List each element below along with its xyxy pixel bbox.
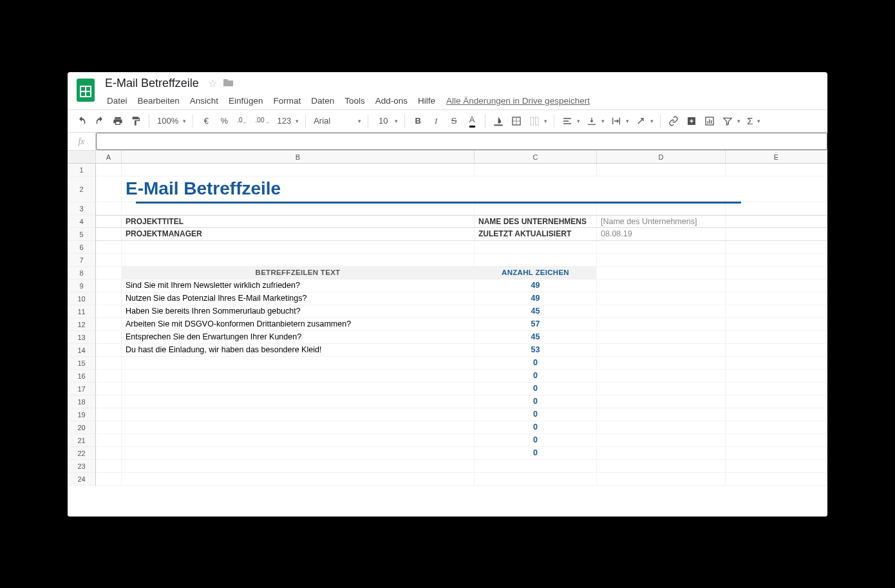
subject-cell[interactable]: Sind Sie mit Ihrem Newsletter wirklich z… xyxy=(122,280,475,292)
star-icon[interactable]: ☆ xyxy=(208,77,217,90)
row-header[interactable]: 4 xyxy=(68,215,95,228)
count-cell[interactable]: 0 xyxy=(475,421,597,433)
insert-link-button[interactable] xyxy=(666,113,681,129)
col-header-count[interactable]: ANZAHL ZEICHEN xyxy=(475,267,597,279)
col-header-a[interactable]: A xyxy=(96,151,122,163)
subject-cell[interactable] xyxy=(122,408,475,421)
text-rotation-button[interactable] xyxy=(633,113,655,129)
count-cell[interactable]: 0 xyxy=(475,434,597,446)
row-header[interactable]: 3 xyxy=(68,202,95,215)
projekttitel-label[interactable]: PROJEKTTITEL xyxy=(122,216,475,227)
row-header[interactable]: 14 xyxy=(68,344,95,357)
row-header[interactable]: 8 xyxy=(68,267,95,280)
row-header[interactable]: 13 xyxy=(68,331,95,344)
sheet-title[interactable]: E-Mail Betreffzeile xyxy=(122,176,475,202)
col-header-e[interactable]: E xyxy=(726,151,827,163)
currency-button[interactable]: € xyxy=(198,113,214,129)
count-cell[interactable]: 45 xyxy=(475,331,597,343)
subject-cell[interactable] xyxy=(122,421,475,433)
subject-cell[interactable] xyxy=(122,447,475,459)
fill-color-button[interactable] xyxy=(491,113,506,129)
updated-label[interactable]: ZULETZT AKTUALISIERT xyxy=(475,228,597,240)
row-header[interactable]: 7 xyxy=(68,254,95,267)
row-header[interactable]: 11 xyxy=(68,305,95,318)
subject-cell[interactable]: Entsprechen Sie den Erwartungen Ihrer Ku… xyxy=(122,331,475,343)
col-header-d[interactable]: D xyxy=(597,151,726,163)
menu-daten[interactable]: Daten xyxy=(306,94,339,108)
company-label[interactable]: NAME DES UNTERNEHMENS xyxy=(475,216,597,227)
row-header[interactable]: 22 xyxy=(68,447,95,460)
subject-cell[interactable] xyxy=(122,357,475,369)
drive-save-status[interactable]: Alle Änderungen in Drive gespeichert xyxy=(446,94,590,108)
col-header-c[interactable]: C xyxy=(475,151,597,163)
select-all-corner[interactable] xyxy=(68,151,96,163)
sheets-logo-icon[interactable] xyxy=(73,77,99,103)
count-cell[interactable]: 0 xyxy=(475,447,597,459)
count-cell[interactable]: 0 xyxy=(475,408,597,421)
borders-button[interactable] xyxy=(509,113,524,129)
insert-comment-button[interactable] xyxy=(684,113,699,129)
insert-chart-button[interactable] xyxy=(702,113,717,129)
row-header[interactable]: 12 xyxy=(68,318,95,331)
spreadsheet-grid[interactable]: A B C D E 1 2 3 4 5 6 7 8 9 10 11 12 13 … xyxy=(68,151,827,517)
count-cell[interactable]: 0 xyxy=(475,357,597,369)
functions-button[interactable]: Σ xyxy=(744,113,762,129)
text-wrap-button[interactable] xyxy=(608,113,630,129)
subject-cell[interactable] xyxy=(122,383,475,395)
subject-cell[interactable] xyxy=(122,395,475,408)
print-button[interactable] xyxy=(110,113,126,129)
row-header[interactable]: 16 xyxy=(68,370,95,383)
menu-addons[interactable]: Add-ons xyxy=(371,94,412,108)
font-size-dropdown[interactable]: 10 xyxy=(373,113,399,129)
row-header[interactable]: 2 xyxy=(68,176,95,202)
row-header[interactable]: 19 xyxy=(68,408,95,421)
row-header[interactable]: 1 xyxy=(68,164,95,176)
menu-bearbeiten[interactable]: Bearbeiten xyxy=(133,94,184,108)
v-align-button[interactable] xyxy=(584,113,606,129)
strikethrough-button[interactable]: S xyxy=(446,113,462,129)
subject-cell[interactable]: Arbeiten Sie mit DSGVO-konformen Drittan… xyxy=(122,318,475,330)
row-header[interactable]: 9 xyxy=(68,280,95,292)
company-value[interactable]: [Name des Unternehmens] xyxy=(597,216,726,227)
row-header[interactable]: 20 xyxy=(68,421,95,434)
formula-input[interactable] xyxy=(96,133,827,150)
bold-button[interactable]: B xyxy=(410,113,426,129)
decrease-decimal-button[interactable]: .0← xyxy=(234,113,250,129)
subject-cell[interactable] xyxy=(122,434,475,446)
count-cell[interactable]: 0 xyxy=(475,370,597,382)
row-header[interactable]: 21 xyxy=(68,434,95,447)
zoom-dropdown[interactable]: 100% xyxy=(155,113,187,129)
subject-cell[interactable] xyxy=(122,370,475,382)
count-cell[interactable]: 49 xyxy=(475,292,597,305)
paint-format-button[interactable] xyxy=(128,113,144,129)
row-header[interactable]: 5 xyxy=(68,228,95,241)
count-cell[interactable]: 0 xyxy=(475,383,597,395)
redo-button[interactable] xyxy=(92,113,108,129)
row-header[interactable]: 24 xyxy=(68,473,95,486)
increase-decimal-button[interactable]: .00→ xyxy=(253,113,272,129)
row-header[interactable]: 17 xyxy=(68,383,95,395)
menu-datei[interactable]: Datei xyxy=(102,94,132,108)
number-format-dropdown[interactable]: 123 xyxy=(275,113,301,129)
h-align-button[interactable] xyxy=(560,113,581,129)
row-header[interactable]: 15 xyxy=(68,357,95,370)
count-cell[interactable]: 45 xyxy=(475,305,597,318)
menu-einfuegen[interactable]: Einfügen xyxy=(224,94,267,108)
menu-ansicht[interactable]: Ansicht xyxy=(185,94,223,108)
text-color-button[interactable]: A xyxy=(464,113,480,129)
merge-cells-button[interactable] xyxy=(527,113,549,129)
subject-cell[interactable]: Haben Sie bereits Ihren Sommerurlaub geb… xyxy=(122,305,475,318)
count-cell[interactable]: 0 xyxy=(475,395,597,408)
percent-button[interactable]: % xyxy=(216,113,232,129)
italic-button[interactable]: I xyxy=(428,113,444,129)
row-header[interactable]: 6 xyxy=(68,241,95,254)
count-cell[interactable]: 53 xyxy=(475,344,597,356)
count-cell[interactable]: 49 xyxy=(475,280,597,292)
menu-format[interactable]: Format xyxy=(268,94,305,108)
document-title[interactable]: E-Mail Betreffzeile xyxy=(102,77,202,90)
menu-hilfe[interactable]: Hilfe xyxy=(413,94,440,108)
col-header-subject[interactable]: BETREFFZEILEN TEXT xyxy=(122,267,475,279)
subject-cell[interactable]: Nutzen Sie das Potenzial Ihres E-Mail Ma… xyxy=(122,292,475,305)
font-dropdown[interactable]: Arial xyxy=(311,113,363,129)
col-header-b[interactable]: B xyxy=(122,151,475,163)
